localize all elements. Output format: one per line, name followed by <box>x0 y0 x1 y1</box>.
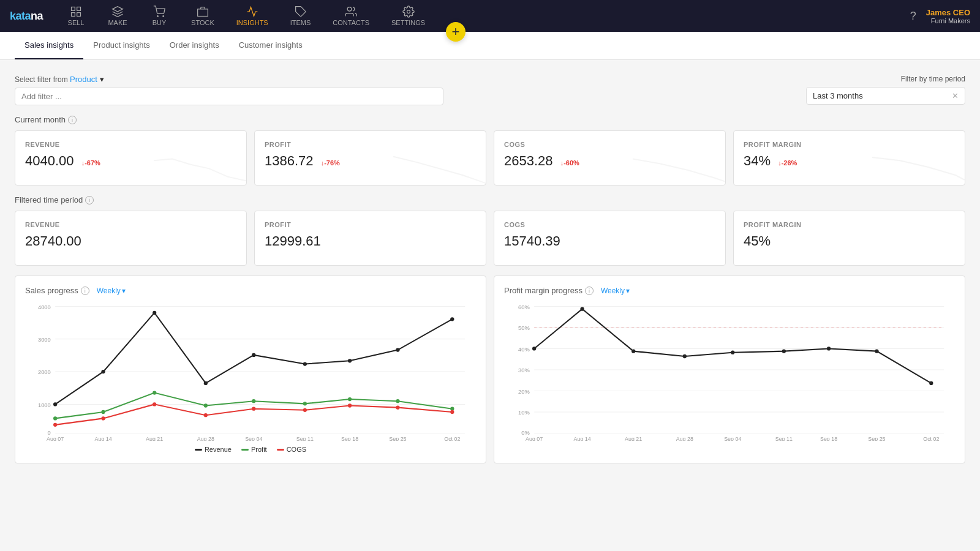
nav-settings[interactable]: SETTINGS <box>383 3 434 29</box>
nav-stock[interactable]: STOCK <box>183 3 223 29</box>
svg-text:Aug 07: Aug 07 <box>526 436 543 441</box>
svg-text:3000: 3000 <box>38 336 51 343</box>
chevron-down-icon: ▾ <box>626 287 630 295</box>
sub-nav: Sales insights Product insights Order in… <box>0 32 980 60</box>
svg-point-75 <box>731 351 734 354</box>
svg-text:2000: 2000 <box>38 369 51 375</box>
profit-margin-chart-svg: 60% 50% 40% 30% 20% 10% 0% <box>504 300 955 441</box>
svg-point-42 <box>252 407 255 411</box>
filtered-period-info-icon[interactable]: i <box>85 196 94 204</box>
svg-point-30 <box>101 410 105 414</box>
svg-point-34 <box>303 402 307 405</box>
sales-progress-chart: Sales progress i Weekly ▾ 4000 3000 2000… <box>15 276 486 463</box>
svg-point-35 <box>348 397 352 401</box>
current-month-info-icon[interactable]: i <box>68 116 77 124</box>
legend-profit: Profit <box>241 446 267 453</box>
svg-text:Aug 28: Aug 28 <box>197 436 214 441</box>
user-info: James CEO Furni Makers <box>926 8 970 24</box>
nav-right: ? James CEO Furni Makers <box>910 8 970 24</box>
profit-margin-info-icon[interactable]: i <box>585 287 594 295</box>
product-filter-select[interactable]: Product ▾ <box>70 75 104 84</box>
svg-text:0%: 0% <box>521 429 530 436</box>
filter-right: Filter by time period Last 3 months ✕ <box>806 75 965 105</box>
svg-point-77 <box>827 347 831 350</box>
svg-text:Aug 21: Aug 21 <box>625 436 642 441</box>
svg-point-25 <box>303 362 307 365</box>
nav-insights[interactable]: INSIGHTS <box>228 3 277 29</box>
svg-text:Sep 18: Sep 18 <box>341 436 358 441</box>
svg-text:60%: 60% <box>518 304 530 310</box>
svg-text:Sep 25: Sep 25 <box>868 436 885 441</box>
chevron-down-icon: ▾ <box>100 75 104 84</box>
filtered-revenue-card: REVENUE 28740.00 <box>15 211 247 266</box>
help-icon[interactable]: ? <box>910 10 916 23</box>
svg-text:Oct 02: Oct 02 <box>923 436 939 441</box>
tab-sales-insights[interactable]: Sales insights <box>15 32 83 59</box>
logo: katana <box>10 10 43 23</box>
nav-sell[interactable]: SELL <box>58 3 94 29</box>
tab-order-insights[interactable]: Order insights <box>160 32 229 59</box>
svg-point-27 <box>396 348 399 351</box>
svg-text:40%: 40% <box>518 346 530 353</box>
nav-contacts[interactable]: CONTACTS <box>324 3 378 29</box>
svg-point-8 <box>347 7 352 12</box>
current-profit-card: PROFIT 1386.72 ↓-76% <box>254 130 486 186</box>
legend-cogs: COGS <box>277 446 306 453</box>
profit-margin-title: Profit margin progress i Weekly ▾ <box>504 286 955 295</box>
legend-revenue: Revenue <box>195 446 232 453</box>
sales-weekly-select[interactable]: Weekly ▾ <box>97 287 126 295</box>
nav-items[interactable]: ITEMS <box>282 3 320 29</box>
profit-weekly-select[interactable]: Weekly ▾ <box>601 287 630 295</box>
charts-row: Sales progress i Weekly ▾ 4000 3000 2000… <box>15 276 965 463</box>
svg-text:0: 0 <box>48 429 51 436</box>
filtered-profit-margin-card: PROFIT MARGIN 45% <box>733 211 965 266</box>
sales-chart-legend: Revenue Profit COGS <box>25 446 476 453</box>
tab-product-insights[interactable]: Product insights <box>83 32 160 59</box>
svg-point-21 <box>101 370 105 373</box>
svg-point-29 <box>53 416 57 420</box>
main-content: Select filter from Product ▾ Filter by t… <box>0 60 980 551</box>
svg-text:50%: 50% <box>518 324 530 331</box>
current-profit-margin-card: PROFIT MARGIN 34% ↓-26% <box>733 130 965 186</box>
add-button[interactable]: + <box>446 22 466 42</box>
svg-point-74 <box>683 354 687 358</box>
sales-progress-info-icon[interactable]: i <box>81 287 89 295</box>
nav-buy[interactable]: BUY <box>141 3 178 29</box>
svg-point-78 <box>875 350 878 353</box>
svg-text:Oct 02: Oct 02 <box>444 436 460 441</box>
clear-icon[interactable]: ✕ <box>952 91 959 100</box>
svg-point-5 <box>163 16 164 17</box>
svg-point-9 <box>407 10 410 13</box>
sales-progress-title: Sales progress i Weekly ▾ <box>25 286 476 295</box>
svg-rect-1 <box>77 7 81 11</box>
svg-point-73 <box>631 350 635 353</box>
svg-text:Sep 11: Sep 11 <box>775 436 793 441</box>
svg-rect-3 <box>77 13 81 17</box>
svg-point-79 <box>929 381 933 385</box>
svg-point-46 <box>450 410 454 414</box>
svg-text:Sep 04: Sep 04 <box>245 436 262 441</box>
svg-point-24 <box>252 353 255 357</box>
current-cogs-card: COGS 2653.28 ↓-60% <box>494 130 726 186</box>
sales-chart-svg: 4000 3000 2000 1000 0 <box>25 300 476 441</box>
svg-text:Aug 21: Aug 21 <box>146 436 163 441</box>
svg-text:4000: 4000 <box>38 304 51 310</box>
svg-point-38 <box>53 423 57 427</box>
sales-chart-area: 4000 3000 2000 1000 0 <box>25 300 476 441</box>
svg-point-72 <box>580 307 584 311</box>
top-nav: katana SELL MAKE BUY STOCK INSIGHTS ITEM… <box>0 0 980 32</box>
svg-point-28 <box>450 317 454 321</box>
svg-point-26 <box>348 359 352 362</box>
svg-text:Aug 07: Aug 07 <box>47 436 64 441</box>
time-filter-select[interactable]: Last 3 months ✕ <box>806 87 965 105</box>
svg-point-43 <box>303 408 307 412</box>
filtered-period-metrics: REVENUE 28740.00 PROFIT 12999.61 COGS 15… <box>15 211 965 266</box>
current-month-metrics: REVENUE 4040.00 ↓-67% PROFIT 1386.72 ↓-7… <box>15 130 965 186</box>
svg-point-45 <box>396 406 399 410</box>
tab-customer-insights[interactable]: Customer insights <box>229 32 312 59</box>
svg-point-31 <box>153 391 156 394</box>
svg-point-39 <box>101 416 105 420</box>
nav-make[interactable]: MAKE <box>99 3 136 29</box>
chevron-down-icon: ▾ <box>122 287 126 295</box>
filter-input[interactable] <box>15 88 443 105</box>
